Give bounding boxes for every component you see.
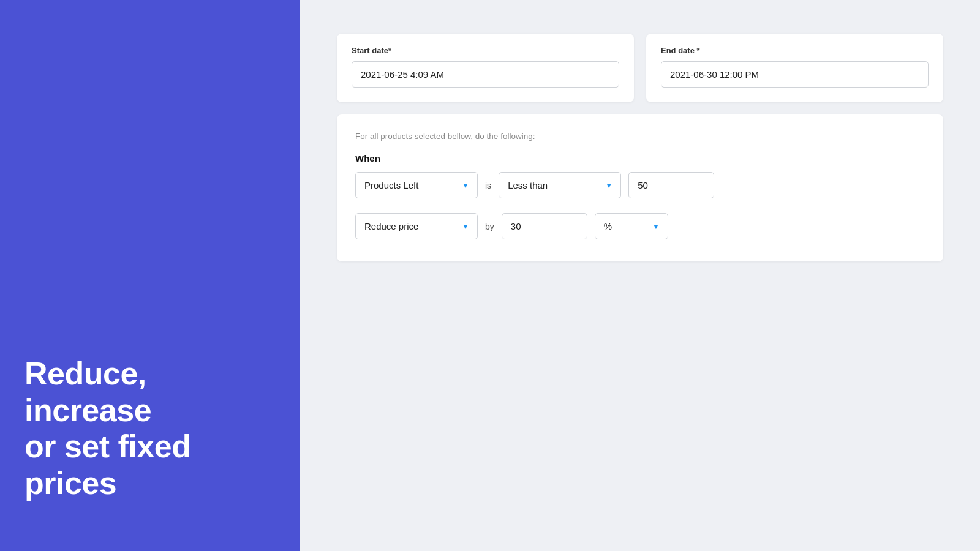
amount-input[interactable] <box>502 213 587 239</box>
when-label: When <box>355 153 925 163</box>
unit-dropdown[interactable]: % Fixed amount <box>595 213 668 239</box>
date-row: Start date* End date * <box>337 34 943 102</box>
end-date-label: End date * <box>661 46 929 55</box>
start-date-card: Start date* <box>337 34 634 102</box>
is-label: is <box>485 181 491 190</box>
when-controls-row: Products Left Stock Level Quantity ▼ is … <box>355 172 925 198</box>
hero-heading: Reduce, increase or set fixed prices <box>24 356 190 502</box>
unit-dropdown-wrapper: % Fixed amount ▼ <box>595 213 668 239</box>
threshold-input[interactable] <box>628 172 714 198</box>
condition-dropdown-wrapper: Products Left Stock Level Quantity ▼ <box>355 172 478 198</box>
condition-dropdown[interactable]: Products Left Stock Level Quantity <box>355 172 478 198</box>
end-date-input[interactable] <box>661 61 929 88</box>
start-date-label: Start date* <box>352 46 619 55</box>
end-date-card: End date * <box>646 34 943 102</box>
operator-dropdown-wrapper: Less than Greater than Equal to ▼ <box>499 172 621 198</box>
action-dropdown[interactable]: Reduce price Increase price Set fixed pr… <box>355 213 478 239</box>
action-controls-row: Reduce price Increase price Set fixed pr… <box>355 213 925 239</box>
start-date-input[interactable] <box>352 61 619 88</box>
condition-card: For all products selected bellow, do the… <box>337 114 943 261</box>
condition-description: For all products selected bellow, do the… <box>355 132 925 141</box>
left-panel: Reduce, increase or set fixed prices <box>0 0 300 551</box>
action-dropdown-wrapper: Reduce price Increase price Set fixed pr… <box>355 213 478 239</box>
operator-dropdown[interactable]: Less than Greater than Equal to <box>499 172 621 198</box>
by-label: by <box>485 222 494 231</box>
right-panel: Start date* End date * For all products … <box>300 0 980 551</box>
